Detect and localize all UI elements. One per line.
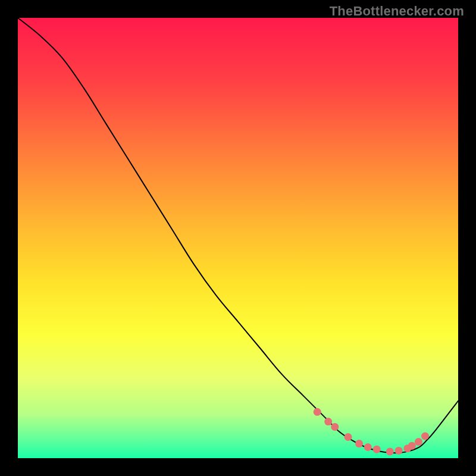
curve-marker [395,447,403,455]
curve-marker [331,423,339,431]
curve-marker [355,440,363,447]
curve-marker [324,418,332,425]
curve-marker [373,446,381,453]
chart-frame: TheBottlenecker.com [0,0,476,476]
curve-marker [421,433,429,440]
curve-marker [386,447,394,455]
curve-marker [408,442,416,450]
curve-marker [314,408,321,416]
curve-marker [415,438,422,446]
gradient-background [18,18,458,458]
bottleneck-chart [18,18,458,458]
curve-marker [345,433,352,441]
watermark-text: TheBottlenecker.com [330,4,464,19]
curve-marker [364,443,372,451]
